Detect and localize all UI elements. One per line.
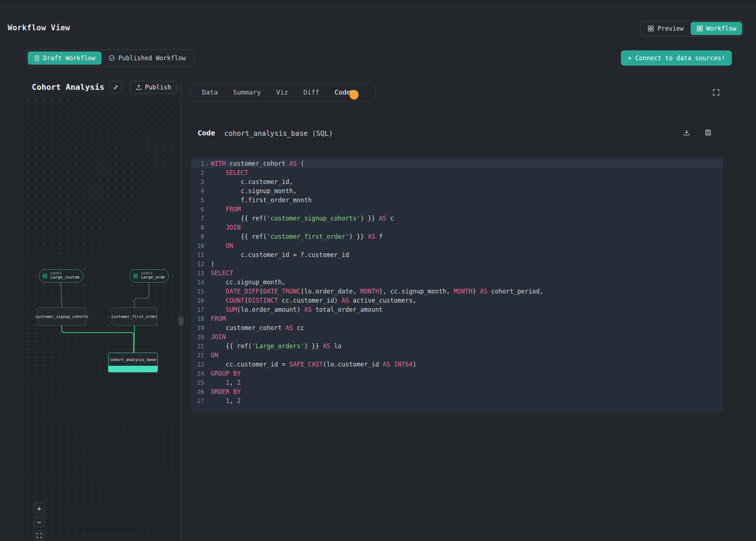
fold-spacer <box>204 314 211 323</box>
panel-divider <box>181 76 181 541</box>
top-divider <box>0 6 756 6</box>
download-button[interactable] <box>681 127 692 138</box>
code-text: ON <box>211 351 723 360</box>
fold-spacer <box>204 351 211 360</box>
code-line[interactable]: 16 COUNT(DISTINCT cc.customer_id) AS act… <box>191 296 723 305</box>
code-line[interactable]: 22ON <box>191 351 723 360</box>
node-text: SOURCE Large_orders <box>141 272 165 280</box>
node-cohort-analysis-base[interactable]: cohort_analysis_base <box>108 353 158 372</box>
code-line[interactable]: 27 1, 2 <box>191 396 723 406</box>
code-line[interactable]: 23 cc.customer_id = SAFE_CAST(lo.custome… <box>191 360 723 369</box>
tab-data[interactable]: Data <box>194 84 225 101</box>
fold-spacer <box>204 214 211 223</box>
fold-spacer <box>204 177 211 187</box>
preview-label: Preview <box>657 25 684 32</box>
node-customer-signup-cohorts[interactable]: customer_signup_cohorts <box>38 307 86 326</box>
code-text: JOIN <box>211 333 723 342</box>
code-line[interactable]: 11 c.customer_id = f.customer_id <box>191 250 723 260</box>
code-line[interactable]: 12) <box>191 260 723 269</box>
workflow-canvas[interactable]: SOURCE Large_customers SOURCE Large_orde… <box>24 96 178 541</box>
code-text: c.signup_month, <box>211 187 723 196</box>
diagonal-expand-icon <box>112 84 119 91</box>
tab-diff[interactable]: Diff <box>296 84 327 101</box>
fold-spacer <box>204 360 211 369</box>
code-line[interactable]: 1⌄WITH customer_cohort AS ( <box>191 159 723 168</box>
code-line[interactable]: 25 1, 2 <box>191 378 723 387</box>
code-line[interactable]: 2 SELECT <box>191 168 723 177</box>
fold-spacer <box>204 187 211 196</box>
code-editor[interactable]: 1⌄WITH customer_cohort AS (2 SELECT3 c.c… <box>191 157 723 413</box>
tab-viz[interactable]: Viz <box>268 84 296 101</box>
fullscreen-icon <box>712 88 720 96</box>
code-text: SUM(lo.order_amount) AS total_order_amou… <box>211 305 723 314</box>
grid-icon <box>648 25 654 32</box>
fold-spacer <box>204 223 211 232</box>
code-line[interactable]: 6 FROM <box>191 205 723 214</box>
code-text: cc.signup_month, <box>211 278 723 287</box>
code-line[interactable]: 7 {{ ref('customer_signup_cohorts') }} A… <box>191 214 723 223</box>
code-line[interactable]: 26ORDER BY <box>191 387 723 396</box>
code-text: {{ ref('customer_signup_cohorts') }} AS … <box>211 214 723 223</box>
fullscreen-button[interactable] <box>711 87 722 98</box>
tab-summary[interactable]: Summary <box>225 84 268 101</box>
node-label: cohort_analysis_base <box>110 357 156 362</box>
table-icon <box>132 273 139 279</box>
code-line[interactable]: 17 SUM(lo.order_amount) AS total_order_a… <box>191 305 723 314</box>
node-selected-bar <box>108 366 157 372</box>
fold-spacer <box>204 296 211 305</box>
code-line[interactable]: 24GROUP BY <box>191 369 723 378</box>
code-line[interactable]: 15 DATE_DIFF(DATE_TRUNC(lo.order_date, M… <box>191 287 723 296</box>
line-number: 21 <box>191 342 204 351</box>
code-text: ON <box>211 241 723 250</box>
node-label: customer_signup_cohorts <box>35 314 88 319</box>
node-large-orders[interactable]: SOURCE Large_orders <box>129 269 169 283</box>
page-title: Workflow View <box>8 23 70 32</box>
code-line[interactable]: 5 f.first_order_month <box>191 196 723 205</box>
published-workflow-button[interactable]: Published Workflow <box>102 51 192 65</box>
fit-view-button[interactable] <box>34 530 45 541</box>
code-text: 1, 2 <box>211 378 723 387</box>
preview-button[interactable]: Preview <box>642 22 690 35</box>
code-line[interactable]: 10 ON <box>191 241 723 250</box>
workflow-title: Cohort Analysis <box>32 83 104 92</box>
code-line[interactable]: 8 JOIN <box>191 223 723 232</box>
node-customer-first-order[interactable]: customer_first_order <box>112 307 157 326</box>
line-number: 5 <box>191 196 204 205</box>
expand-canvas-button[interactable] <box>110 81 122 93</box>
fold-spacer <box>204 232 211 241</box>
connect-data-sources-button[interactable]: + Connect to data sources! <box>621 50 732 66</box>
fold-spacer <box>204 369 211 378</box>
code-line[interactable]: 4 c.signup_month, <box>191 187 723 196</box>
line-number: 12 <box>191 260 204 269</box>
save-button[interactable] <box>703 127 713 138</box>
code-line[interactable]: 3 c.customer_id, <box>191 177 723 187</box>
code-line[interactable]: 19 customer_cohort AS cc <box>191 323 723 333</box>
panel-tabs: Data Summary Viz Diff Code <box>190 83 375 101</box>
fold-spacer <box>204 196 211 205</box>
code-line[interactable]: 14 cc.signup_month, <box>191 278 723 287</box>
code-line[interactable]: 20JOIN <box>191 333 723 342</box>
fold-spacer <box>204 168 211 177</box>
check-circle-icon <box>108 55 115 61</box>
code-text: {{ ref('Large_orders') }} AS lo <box>211 342 723 351</box>
publish-button[interactable]: Publish <box>130 81 177 93</box>
code-line[interactable]: 13SELECT <box>191 269 723 278</box>
fold-spacer <box>204 278 211 287</box>
panel-resize-handle[interactable]: ⋮ <box>178 317 184 326</box>
connect-label: Connect to data sources! <box>635 54 725 62</box>
zoom-out-button[interactable]: − <box>34 517 45 527</box>
code-line[interactable]: 9 {{ ref('customer_first_order') }} AS f <box>191 232 723 241</box>
line-number: 7 <box>191 214 204 223</box>
node-large-customers[interactable]: SOURCE Large_customers <box>39 269 83 283</box>
workflow-button[interactable]: Workflow <box>691 22 742 35</box>
code-line[interactable]: 18FROM <box>191 314 723 323</box>
line-number: 3 <box>191 177 204 187</box>
code-text: 1, 2 <box>211 396 723 406</box>
fold-spacer <box>204 333 211 342</box>
zoom-in-button[interactable]: + <box>34 503 45 514</box>
draft-workflow-button[interactable]: Draft Workflow <box>28 51 102 65</box>
fold-chevron-icon[interactable]: ⌄ <box>204 159 211 168</box>
zoom-controls: + − <box>34 503 45 541</box>
code-line[interactable]: 21 {{ ref('Large_orders') }} AS lo <box>191 342 723 351</box>
line-number: 24 <box>191 369 204 378</box>
